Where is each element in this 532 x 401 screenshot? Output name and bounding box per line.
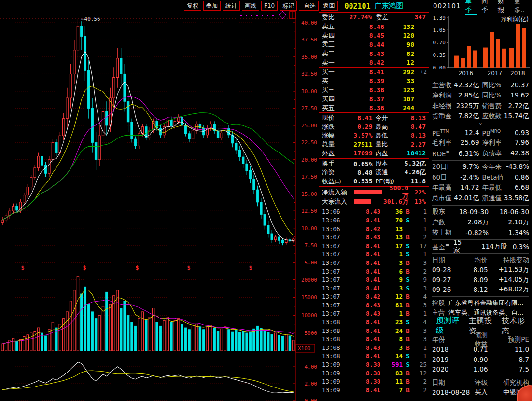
tick-row[interactable]: 13:088.4114S1 <box>319 352 429 360</box>
tick-row[interactable]: 13:068.42131 <box>319 224 429 233</box>
tick-row[interactable]: 13:068.4336B1 <box>319 207 429 216</box>
tick-row[interactable]: 13:078.4381B3 <box>319 301 429 310</box>
tick-side: S <box>403 318 413 326</box>
tick-time: 13:07 <box>322 302 343 309</box>
tick-side: S <box>403 352 413 360</box>
forecast-table-header: 年份预测收益预测PE <box>432 335 529 345</box>
tick-row[interactable]: 13:098.3883B12 <box>319 369 429 377</box>
chart-toolbar: 复权叠加统计画线F10标记-自选返回 <box>184 1 338 11</box>
tick-row[interactable]: 13:098.3811B2 <box>319 377 429 386</box>
tick-count: 3 <box>413 327 427 334</box>
table-cell: 8.7 <box>488 356 529 363</box>
info-row: 主营收42.32亿同比%20.37 <box>432 80 529 91</box>
table-cell: +14.05万 <box>488 276 529 284</box>
quote-label: 最高 <box>376 123 388 131</box>
buy-row: 买一8.41292+2 <box>319 68 429 77</box>
svg-text:4.00: 4.00 <box>305 364 318 370</box>
quote-row: 净资8.48流通4.26亿 <box>319 168 429 177</box>
quote-label: 流通 <box>376 168 388 177</box>
tick-row[interactable]: 13:078.4117S17 <box>319 241 429 250</box>
profit-bar <box>461 58 465 68</box>
forecast-tab[interactable]: 技术形态 <box>502 316 529 336</box>
info-value: 2.85亿 <box>452 91 479 100</box>
toolbar-button[interactable]: 叠加 <box>203 1 221 11</box>
tick-row[interactable]: 13:078.413S3 <box>319 284 429 292</box>
tick-volume: 3 <box>380 344 403 351</box>
table-cell: 8.12 <box>473 286 488 293</box>
svg-text:40.00: 40.00 <box>301 20 317 26</box>
tick-row[interactable]: 13:088.4123S4 <box>319 318 429 327</box>
tick-row[interactable]: 13:078.431B1 <box>319 309 429 318</box>
tick-row[interactable]: 13:078.416B2 <box>319 267 429 276</box>
tick-price: 8.41 <box>343 327 380 334</box>
buy-row: 买五8.36244 <box>319 103 429 112</box>
tick-row[interactable]: 13:078.411S1 <box>319 250 429 259</box>
quote-value: 8.47 <box>388 123 426 130</box>
tick-price: 8.41 <box>343 318 380 326</box>
info-cell: 年最低6.68 <box>482 183 530 192</box>
column-header: 日期 <box>432 256 474 264</box>
fin-chart-title: 净利润(亿) <box>501 16 529 23</box>
column-header: 日期 <box>432 378 474 387</box>
tick-row[interactable]: 13:078.419S9 <box>319 276 429 284</box>
tick-volume: 13 <box>380 225 403 233</box>
stock-code: 002101 <box>344 2 370 11</box>
tick-row[interactable]: 13:078.4212B4 <box>319 292 429 301</box>
tick-volume: 1 <box>380 310 403 317</box>
forecast-table-row: 20201.067.5 <box>432 364 529 374</box>
weibi-label: 委比 <box>322 13 335 22</box>
tick-count: 1 <box>413 225 427 233</box>
holder-value: 2.08万 <box>457 218 489 227</box>
stock-name: 广东鸿图 <box>375 1 404 11</box>
chart-region: ←40.5640.0037.5035.0032.5030.0027.5025.0… <box>0 0 319 401</box>
money-flow: 净流入额500.0万22%大宗流入301.6万13% <box>319 187 429 207</box>
toolbar-button[interactable]: 返回 <box>321 1 338 11</box>
tick-row[interactable]: 13:078.4313B2 <box>319 233 429 242</box>
quote-label: 换手 <box>322 159 335 168</box>
tick-row[interactable]: 13:088.433B1 <box>319 344 429 352</box>
svg-text:22.50: 22.50 <box>301 139 317 146</box>
info-cell: 60日-2.4% <box>432 173 479 182</box>
tick-price: 8.43 <box>343 310 380 317</box>
tick-row[interactable]: 13:098.38591S25 <box>319 360 429 369</box>
quote-value: 17099 <box>335 150 373 157</box>
table-cell: 11.0 <box>488 346 529 353</box>
toolbar-button[interactable]: -自选 <box>299 1 318 11</box>
info-cell: 货币金7.82亿 <box>432 112 479 121</box>
quote-cell: 最高8.47 <box>376 123 426 131</box>
tick-row[interactable]: 13:078.413B3 <box>319 259 429 267</box>
toolbar-button[interactable]: 画线 <box>242 1 259 11</box>
fund-count: 15家 <box>453 238 466 255</box>
tick-row[interactable]: 13:068.4170S1 <box>319 216 429 225</box>
holding-table-row: 09-268.12+68.02万 <box>432 285 529 295</box>
orderbook-price: 8.39 <box>340 77 384 84</box>
quote-cell: 最低8.13 <box>376 131 426 140</box>
info-row: ROE≡6.31%负债率42.38 <box>432 148 529 159</box>
info-row: 年最高14.72年最低6.68 <box>432 183 529 194</box>
tick-list[interactable]: 13:068.4336B113:068.4170S113:068.4213113… <box>319 207 429 401</box>
tick-price: 8.41 <box>343 352 380 360</box>
forecast-tab[interactable]: 预测评级 <box>436 316 463 336</box>
tick-row[interactable]: 13:098.417B2 <box>319 386 429 395</box>
tick-row[interactable]: 13:088.418B3 <box>319 335 429 344</box>
orderbook-price: 8.38 <box>340 86 384 94</box>
toolbar-button[interactable]: 标记 <box>280 1 297 11</box>
toolbar-button[interactable]: 统计 <box>223 1 240 11</box>
section-divider <box>432 376 529 376</box>
tick-volume: 83 <box>380 370 403 377</box>
toolbar-button[interactable]: 复权 <box>184 1 201 11</box>
tick-row[interactable]: 13:088.4124B3 <box>319 326 429 335</box>
toolbar-button[interactable]: F10 <box>261 1 278 11</box>
holding-table-row: 09-278.09+14.05万 <box>432 275 529 285</box>
high-annotation: ←40.56 <box>81 16 100 22</box>
orderbook-price: 8.46 <box>340 23 384 30</box>
tick-price: 8.41 <box>343 276 380 283</box>
forecast-tabs: 预测评级主题投资技术形态 <box>432 321 529 332</box>
fund-shares: 114万股 <box>466 242 507 251</box>
chevron-down-icon[interactable]: ∨ <box>432 122 529 127</box>
weicha-label: 委差 <box>376 13 389 22</box>
orderbook-level-label: 买四 <box>322 95 340 103</box>
main-chart-canvas[interactable]: ←40.5640.0037.5035.0032.5030.0027.5025.0… <box>0 0 319 401</box>
orderbook-level-label: 买五 <box>322 104 340 112</box>
trend-dot <box>251 15 252 16</box>
